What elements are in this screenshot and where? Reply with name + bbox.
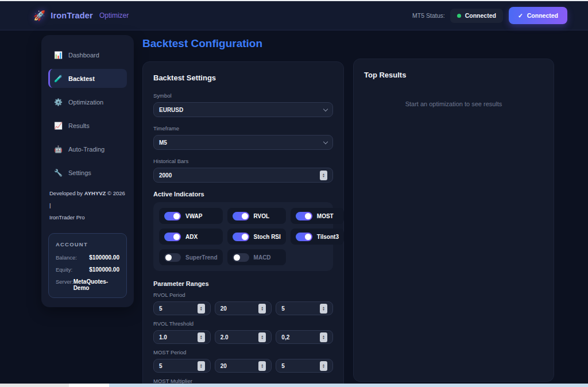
toggle-switch-icon <box>164 212 181 220</box>
balance-value: $100000.00 <box>89 254 119 261</box>
historical-bars-value: 2000 <box>159 172 320 179</box>
developer-credit: Developed by AYHYVZ © 2026 | IronTrader … <box>48 188 127 224</box>
backtest-settings-card: Backtest Settings Symbol EURUSD Timefram… <box>142 61 344 387</box>
equity-value: $100000.00 <box>89 266 119 273</box>
toggle-switch-icon <box>296 233 312 241</box>
sidebar-item-label: Results <box>68 122 90 129</box>
brand-suffix: Optimizer <box>99 11 129 20</box>
mt5-status-label: MT5 Status: <box>412 12 445 19</box>
server-value: MetaQuotes-Demo <box>74 278 119 291</box>
most-period-label: MOST Period <box>153 349 333 355</box>
app-header: 🚀 IronTrader Optimizer MT5 Status: Conne… <box>0 1 588 30</box>
rvol-period-max-input[interactable]: 20 ▲▼ <box>215 301 272 315</box>
most-period-max-input[interactable]: 20 ▲▼ <box>215 359 272 373</box>
chevron-down-icon <box>323 106 328 111</box>
toggle-switch-icon <box>164 233 181 241</box>
symbol-select[interactable]: EURUSD <box>153 102 333 117</box>
mt5-status-badge: Connected <box>450 9 503 23</box>
sidebar-item-label: Dashboard <box>68 52 99 59</box>
number-spinner-icon[interactable]: ▲▼ <box>198 304 205 314</box>
sidebar-item-settings[interactable]: 🔧 Settings <box>48 163 127 182</box>
symbol-label: Symbol <box>153 92 333 99</box>
toggle-switch-icon <box>296 212 312 220</box>
account-card: ACCOUNT Balance: $100000.00 Equity: $100… <box>48 233 127 298</box>
toggle-label: RVOL <box>254 213 270 219</box>
toggle-most[interactable]: MOST <box>291 208 344 224</box>
parameter-ranges-label: Parameter Ranges <box>153 280 333 287</box>
toggle-supertrend[interactable]: SuperTrend <box>159 249 223 265</box>
sidebar-item-results[interactable]: 📈 Results <box>48 116 127 135</box>
backtest-settings-title: Backtest Settings <box>153 73 333 82</box>
toggle-label: ADX <box>185 234 198 240</box>
toggle-tilsont3[interactable]: Tilsont3 <box>291 229 344 245</box>
connect-button[interactable]: ✓ Connected <box>509 7 567 24</box>
most-period-step-input[interactable]: 5 ▲▼ <box>276 359 333 373</box>
rocket-icon: 🚀 <box>33 11 45 21</box>
toggle-label: Stoch RSI <box>254 234 281 240</box>
toggle-label: VWAP <box>185 213 202 219</box>
chevron-down-icon <box>323 139 328 144</box>
bar-chart-icon: 📊 <box>54 51 62 59</box>
toggle-label: Tilsont3 <box>317 234 339 240</box>
most-period-group: MOST Period 5 ▲▼ 20 ▲▼ 5 ▲▼ <box>153 349 333 373</box>
active-indicators-label: Active Indicators <box>153 191 333 198</box>
sidebar-item-label: Auto-Trading <box>68 146 105 153</box>
gear-icon: ⚙️ <box>54 98 62 106</box>
rvol-threshold-max-input[interactable]: 2.0 ▲▼ <box>215 330 272 344</box>
toggle-adx[interactable]: ADX <box>159 229 223 245</box>
mt5-status-value: Connected <box>465 12 496 19</box>
historical-bars-label: Historical Bars <box>153 158 333 164</box>
active-indicators-group: VWAP RVOL MOST ADX Stoch RSI <box>153 202 333 271</box>
window-top-edge <box>0 0 588 1</box>
number-spinner-icon[interactable]: ▲▼ <box>198 332 205 342</box>
rvol-period-step-input[interactable]: 5 ▲▼ <box>276 301 333 315</box>
top-results-title: Top Results <box>364 71 543 79</box>
toggle-label: MACD <box>254 254 271 261</box>
page-title: Backtest Configuration <box>142 37 344 50</box>
rvol-threshold-step-input[interactable]: 0,2 ▲▼ <box>276 330 333 344</box>
rvol-threshold-min-input[interactable]: 1.0 ▲▼ <box>153 330 211 344</box>
test-tube-icon: 🧪 <box>54 75 62 83</box>
sidebar-item-backtest[interactable]: 🧪 Backtest <box>48 69 127 88</box>
brand-name: IronTrader <box>51 11 93 20</box>
most-period-min-input[interactable]: 5 ▲▼ <box>153 359 211 373</box>
number-spinner-icon[interactable]: ▲▼ <box>258 332 266 342</box>
balance-label: Balance: <box>56 254 77 261</box>
toggle-switch-icon <box>164 253 181 262</box>
wrench-icon: 🔧 <box>54 169 62 177</box>
account-balance-row: Balance: $100000.00 <box>56 254 119 261</box>
connect-button-label: Connected <box>527 12 558 19</box>
toggle-stoch-rsi[interactable]: Stoch RSI <box>227 229 286 245</box>
number-spinner-icon[interactable]: ▲▼ <box>258 304 266 314</box>
sidebar-item-auto-trading[interactable]: 🤖 Auto-Trading <box>48 140 127 158</box>
rvol-threshold-group: RVOL Threshold 1.0 ▲▼ 2.0 ▲▼ 0,2 ▲▼ <box>153 320 333 344</box>
sidebar: 📊 Dashboard 🧪 Backtest ⚙️ Optimization 📈… <box>41 35 134 307</box>
number-spinner-icon[interactable]: ▲▼ <box>258 361 266 371</box>
number-spinner-icon[interactable]: ▲▼ <box>320 171 327 180</box>
number-spinner-icon[interactable]: ▲▼ <box>320 304 327 314</box>
account-title: ACCOUNT <box>56 241 119 247</box>
sidebar-item-dashboard[interactable]: 📊 Dashboard <box>48 45 127 64</box>
timeframe-value: M5 <box>159 140 324 146</box>
number-spinner-icon[interactable]: ▲▼ <box>320 361 327 371</box>
window-bottom-edge <box>0 384 588 387</box>
toggle-vwap[interactable]: VWAP <box>159 208 223 224</box>
number-spinner-icon[interactable]: ▲▼ <box>320 332 327 342</box>
toggle-switch-icon <box>233 212 249 220</box>
account-equity-row: Equity: $100000.00 <box>56 266 119 273</box>
robot-icon: 🤖 <box>54 145 62 153</box>
results-empty-message: Start an optimization to see results <box>364 100 543 107</box>
brand: 🚀 IronTrader Optimizer <box>33 11 129 21</box>
status-dot-icon <box>457 14 461 18</box>
toggle-label: SuperTrend <box>185 254 218 261</box>
toggle-rvol[interactable]: RVOL <box>227 208 286 224</box>
timeframe-select[interactable]: M5 <box>153 135 333 150</box>
toggle-macd[interactable]: MACD <box>227 249 286 265</box>
historical-bars-input[interactable]: 2000 ▲▼ <box>153 168 333 183</box>
number-spinner-icon[interactable]: ▲▼ <box>198 361 205 371</box>
sidebar-item-label: Settings <box>68 169 91 176</box>
rvol-period-min-input[interactable]: 5 ▲▼ <box>153 301 211 315</box>
server-label: Server: <box>56 278 74 285</box>
sidebar-item-optimization[interactable]: ⚙️ Optimization <box>48 92 127 111</box>
sidebar-item-label: Backtest <box>68 75 95 82</box>
